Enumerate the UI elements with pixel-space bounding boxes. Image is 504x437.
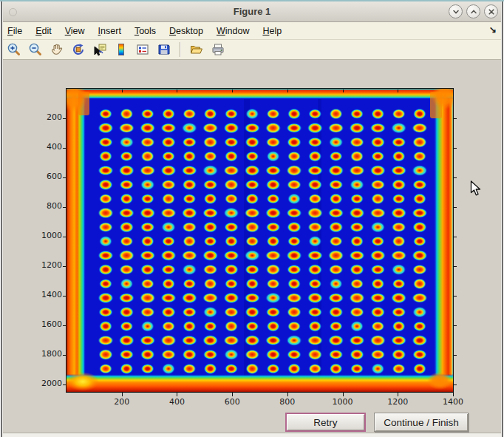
- menu-view[interactable]: View: [58, 24, 92, 38]
- spot: [245, 208, 260, 218]
- unshade-button[interactable]: [466, 4, 480, 18]
- spot: [329, 265, 344, 275]
- spot: [119, 180, 134, 190]
- shade-button[interactable]: [449, 4, 463, 18]
- menu-edit[interactable]: Edit: [29, 24, 58, 38]
- spot: [98, 222, 113, 232]
- spot: [99, 109, 112, 119]
- spot: [350, 179, 364, 190]
- spot: [245, 335, 260, 346]
- zoom-out-button[interactable]: [27, 41, 44, 58]
- x-tick-mark: [122, 393, 123, 396]
- spot: [162, 108, 175, 119]
- spot: [245, 321, 259, 331]
- y-tick-mark: [63, 325, 67, 326]
- retry-button[interactable]: Retry: [285, 413, 366, 432]
- menu-window[interactable]: Window: [210, 24, 256, 38]
- spot: [160, 250, 176, 261]
- y-tick-label: 2000: [28, 379, 62, 388]
- spot: [203, 350, 218, 360]
- spot: [329, 307, 344, 318]
- spot: [413, 193, 426, 204]
- spot: [307, 292, 323, 303]
- rotate-3d-button[interactable]: [70, 41, 86, 58]
- spot: [202, 165, 218, 176]
- spot: [267, 279, 280, 289]
- spot: [308, 364, 321, 374]
- spot: [98, 166, 113, 176]
- y-tick-mark: [63, 177, 67, 178]
- spot: [182, 336, 197, 346]
- spot: [266, 137, 281, 147]
- spot: [223, 292, 239, 303]
- spot: [308, 236, 321, 247]
- plate-heatmap: [67, 89, 453, 392]
- spot: [119, 307, 134, 318]
- spot: [98, 349, 113, 360]
- menu-file[interactable]: File: [1, 24, 29, 38]
- open-file-button[interactable]: [188, 41, 205, 58]
- spot: [307, 251, 323, 261]
- spot: [98, 137, 113, 147]
- spot: [140, 222, 155, 232]
- y-tick-mark-right: [454, 207, 457, 208]
- menu-insert[interactable]: Insert: [92, 24, 128, 38]
- y-tick-label: 1000: [28, 231, 62, 240]
- spot: [223, 207, 239, 218]
- spot: [349, 251, 364, 261]
- spot: [119, 350, 134, 360]
- spot: [182, 222, 197, 232]
- spot: [265, 123, 281, 134]
- spot: [98, 123, 113, 134]
- print-button[interactable]: [210, 41, 226, 58]
- spot: [392, 236, 406, 247]
- y-tick-mark: [63, 207, 67, 208]
- zoom-in-button[interactable]: [6, 41, 22, 58]
- spot: [141, 236, 154, 247]
- data-cursor-button[interactable]: [92, 41, 108, 58]
- spot: [328, 250, 344, 261]
- spot: [350, 222, 364, 232]
- spot: [412, 265, 427, 275]
- spot: [225, 279, 238, 289]
- spot: [182, 307, 197, 317]
- spot: [203, 222, 218, 233]
- titlebar[interactable]: Figure 1: [0, 1, 504, 22]
- spot: [330, 321, 343, 331]
- legend-button[interactable]: [134, 41, 151, 58]
- y-tick-label: 200: [28, 112, 62, 122]
- spot: [225, 321, 238, 332]
- spot: [161, 265, 176, 275]
- spot: [160, 208, 176, 218]
- spot: [412, 165, 427, 176]
- spot: [140, 292, 155, 303]
- colorbar-button[interactable]: [113, 41, 129, 58]
- pan-button[interactable]: [49, 41, 65, 58]
- spot: [412, 335, 427, 346]
- spot: [98, 179, 113, 190]
- spot: [286, 250, 302, 261]
- spot: [350, 236, 364, 247]
- spot: [286, 208, 302, 218]
- menu-tools[interactable]: Tools: [128, 24, 163, 38]
- spot: [350, 349, 364, 360]
- dock-figure-icon[interactable]: ↘: [489, 24, 497, 35]
- spot: [349, 292, 364, 303]
- spot: [329, 137, 344, 148]
- save-button[interactable]: [156, 41, 172, 58]
- y-tick-label: 800: [28, 201, 62, 211]
- spot: [245, 108, 259, 119]
- spot: [224, 222, 239, 232]
- spot: [204, 278, 217, 289]
- chevron-down-icon: [452, 7, 460, 16]
- y-tick-mark: [63, 148, 67, 149]
- spot: [265, 166, 281, 176]
- spot: [307, 349, 322, 360]
- menu-desktop[interactable]: Desktop: [163, 24, 210, 38]
- menu-help[interactable]: Help: [256, 24, 288, 38]
- continue-finish-button[interactable]: Continue / Finish: [374, 413, 469, 432]
- close-button[interactable]: [484, 4, 498, 18]
- open-folder-icon: [189, 42, 204, 57]
- x-tick-mark-top: [232, 89, 233, 92]
- spot: [370, 180, 385, 190]
